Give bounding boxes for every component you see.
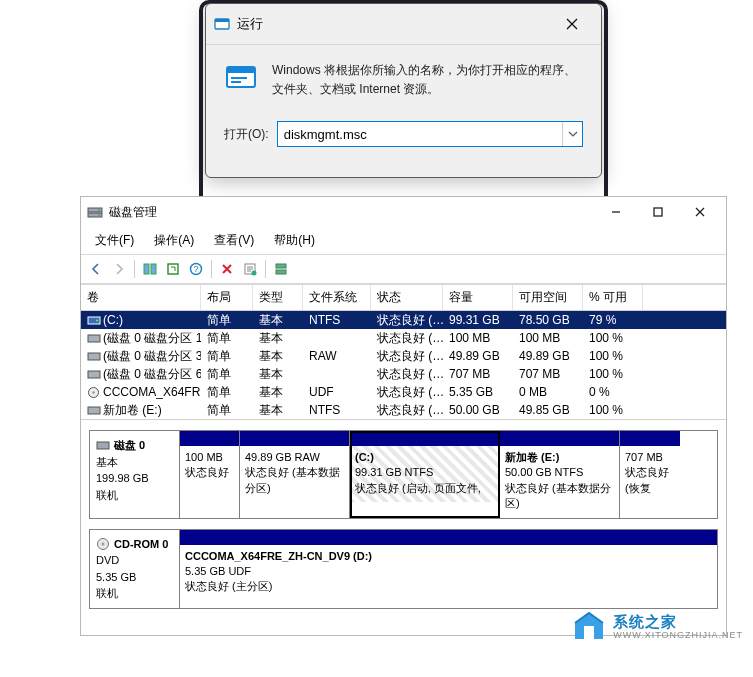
svg-text:?: ? (193, 264, 198, 274)
volume-row[interactable]: (C:)简单基本NTFS状态良好 (…99.31 GB78.50 GB79 % (81, 311, 726, 329)
menu-file[interactable]: 文件(F) (87, 229, 142, 252)
toolbar: ? (81, 255, 726, 284)
list-view-icon[interactable] (270, 258, 292, 280)
run-dialog-icon (224, 61, 258, 95)
svg-point-8 (98, 209, 100, 211)
minimize-button[interactable] (596, 199, 636, 225)
volume-row[interactable]: 新加卷 (E:)简单基本NTFS状态良好 (…50.00 GB49.85 GB1… (81, 401, 726, 419)
run-description: Windows 将根据你所输入的名称，为你打开相应的程序、文件夹、文档或 Int… (272, 61, 583, 99)
run-app-icon (214, 16, 230, 32)
disk-partition[interactable]: 707 MB状态良好 (恢复 (620, 431, 680, 518)
col-fs[interactable]: 文件系统 (303, 285, 371, 310)
disk-0-label: 磁盘 0 基本 199.98 GB 联机 (90, 431, 180, 518)
svg-rect-5 (231, 81, 241, 83)
cdrom-0-label: CD-ROM 0 DVD 5.35 GB 联机 (90, 530, 180, 608)
back-icon[interactable] (85, 258, 107, 280)
open-combobox[interactable] (277, 121, 583, 147)
svg-rect-3 (227, 67, 255, 73)
drive-icon (87, 368, 100, 380)
svg-rect-20 (88, 317, 100, 324)
drive-icon (87, 314, 100, 326)
disk-partition[interactable]: 新加卷 (E:)50.00 GB NTFS状态良好 (基本数据分区) (500, 431, 620, 518)
svg-rect-1 (215, 19, 229, 22)
svg-rect-18 (276, 264, 286, 268)
volume-list-header[interactable]: 卷 布局 类型 文件系统 状态 容量 可用空间 % 可用 (81, 285, 726, 311)
svg-rect-12 (151, 264, 156, 274)
svg-rect-24 (88, 371, 100, 378)
drive-icon (87, 332, 100, 344)
maximize-button[interactable] (638, 199, 678, 225)
volume-list: 卷 布局 类型 文件系统 状态 容量 可用空间 % 可用 (C:)简单基本NTF… (81, 285, 726, 420)
svg-rect-28 (97, 442, 109, 449)
disk-partition[interactable]: (C:)99.31 GB NTFS状态良好 (启动, 页面文件, (350, 431, 500, 518)
properties-icon[interactable] (239, 258, 261, 280)
refresh-icon[interactable] (162, 258, 184, 280)
svg-rect-11 (144, 264, 149, 274)
svg-point-26 (92, 391, 95, 394)
disk-graphical-view: 磁盘 0 基本 199.98 GB 联机 100 MB状态良好49.89 GB … (81, 420, 726, 635)
svg-rect-31 (584, 626, 594, 639)
drive-icon (87, 386, 100, 398)
help-icon[interactable]: ? (185, 258, 207, 280)
disk-0-row[interactable]: 磁盘 0 基本 199.98 GB 联机 100 MB状态良好49.89 GB … (89, 430, 718, 519)
col-layout[interactable]: 布局 (201, 285, 253, 310)
svg-rect-27 (88, 407, 100, 414)
open-label: 打开(O): (224, 126, 269, 143)
chevron-down-icon[interactable] (562, 122, 582, 146)
drive-icon (87, 350, 100, 362)
svg-point-30 (102, 542, 105, 545)
col-free[interactable]: 可用空间 (513, 285, 583, 310)
close-button[interactable] (551, 10, 593, 38)
open-input[interactable] (278, 122, 562, 146)
menu-action[interactable]: 操作(A) (146, 229, 202, 252)
svg-rect-22 (88, 335, 100, 342)
volume-row[interactable]: (磁盘 0 磁盘分区 3)简单基本RAW状态良好 (…49.89 GB49.89… (81, 347, 726, 365)
panels-icon[interactable] (139, 258, 161, 280)
dm-app-icon (87, 204, 103, 220)
watermark: 系统之家 WWW.XITONGZHIJIA.NET (571, 611, 743, 641)
disk-partition[interactable]: 49.89 GB RAW状态良好 (基本数据分区) (240, 431, 350, 518)
col-type[interactable]: 类型 (253, 285, 303, 310)
svg-rect-23 (88, 353, 100, 360)
svg-point-17 (252, 271, 257, 276)
cdrom-0-row[interactable]: CD-ROM 0 DVD 5.35 GB 联机 CCCOMA_X64FRE_ZH… (89, 529, 718, 609)
svg-rect-10 (654, 208, 662, 216)
volume-row[interactable]: (磁盘 0 磁盘分区 6)简单基本状态良好 (…707 MB707 MB100 … (81, 365, 726, 383)
svg-rect-4 (231, 77, 247, 79)
svg-point-9 (98, 214, 100, 216)
volume-row[interactable]: CCCOMA_X64FR…简单基本UDF状态良好 (…5.35 GB0 MB0 … (81, 383, 726, 401)
svg-rect-19 (276, 270, 286, 274)
dm-title: 磁盘管理 (109, 204, 596, 221)
dm-titlebar[interactable]: 磁盘管理 (81, 197, 726, 227)
run-title: 运行 (237, 15, 551, 33)
volume-row[interactable]: (磁盘 0 磁盘分区 1)简单基本状态良好 (…100 MB100 MB100 … (81, 329, 726, 347)
col-status[interactable]: 状态 (371, 285, 443, 310)
disk-partition[interactable]: 100 MB状态良好 (180, 431, 240, 518)
forward-icon[interactable] (108, 258, 130, 280)
run-titlebar[interactable]: 运行 (206, 4, 601, 45)
delete-icon[interactable] (216, 258, 238, 280)
svg-rect-13 (168, 264, 178, 274)
svg-point-21 (96, 320, 98, 322)
menu-view[interactable]: 查看(V) (206, 229, 262, 252)
watermark-url: WWW.XITONGZHIJIA.NET (613, 630, 743, 640)
cdrom-partition[interactable]: CCCOMA_X64FRE_ZH-CN_DV9 (D:) 5.35 GB UDF… (180, 530, 717, 608)
menu-help[interactable]: 帮助(H) (266, 229, 323, 252)
run-dialog: 运行 Windows 将根据你所输入的名称，为你打开相应的程序、文件夹、文档或 … (205, 3, 602, 178)
col-pct[interactable]: % 可用 (583, 285, 643, 310)
close-button[interactable] (680, 199, 720, 225)
col-cap[interactable]: 容量 (443, 285, 513, 310)
disk-management-window: 磁盘管理 文件(F) 操作(A) 查看(V) 帮助(H) ? 卷 布局 类 (80, 196, 727, 636)
col-volume[interactable]: 卷 (81, 285, 201, 310)
drive-icon (87, 404, 100, 416)
menubar: 文件(F) 操作(A) 查看(V) 帮助(H) (81, 227, 726, 255)
